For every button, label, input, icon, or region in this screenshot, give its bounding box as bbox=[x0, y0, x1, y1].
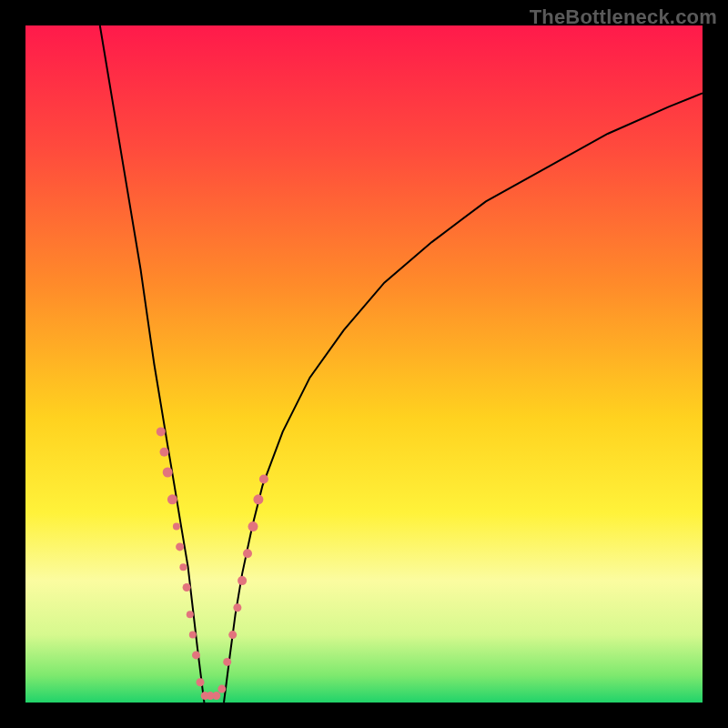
marker-left-cluster bbox=[160, 448, 169, 457]
marker-left-cluster bbox=[163, 468, 173, 478]
chart-frame: TheBottleneck.com bbox=[0, 0, 728, 728]
watermark-label: TheBottleneck.com bbox=[530, 5, 717, 29]
marker-left-scatter bbox=[192, 651, 200, 659]
marker-left-scatter bbox=[176, 542, 184, 551]
marker-right-cluster bbox=[238, 576, 247, 585]
curve-left-arm bbox=[100, 25, 205, 703]
curve-layer bbox=[25, 25, 703, 703]
marker-left-cluster bbox=[157, 427, 166, 436]
marker-right-cluster bbox=[248, 521, 258, 531]
marker-right-scatter bbox=[228, 631, 237, 639]
marker-bottom bbox=[217, 685, 226, 693]
marker-right-cluster bbox=[243, 549, 252, 558]
marker-bottom bbox=[197, 678, 205, 686]
marker-right-cluster bbox=[259, 475, 268, 484]
marker-left-scatter bbox=[179, 563, 187, 571]
marker-right-scatter bbox=[233, 603, 241, 612]
marker-left-scatter bbox=[187, 611, 194, 618]
marker-left-scatter bbox=[173, 523, 180, 531]
marker-left-scatter bbox=[183, 583, 191, 592]
marker-right-cluster bbox=[253, 494, 263, 504]
marker-left-scatter bbox=[189, 632, 197, 639]
marker-right-scatter bbox=[223, 658, 231, 666]
marker-bottom bbox=[212, 692, 220, 700]
curve-right-arm bbox=[224, 93, 703, 703]
gradient-plot-area bbox=[25, 25, 703, 703]
marker-left-cluster bbox=[167, 494, 177, 504]
